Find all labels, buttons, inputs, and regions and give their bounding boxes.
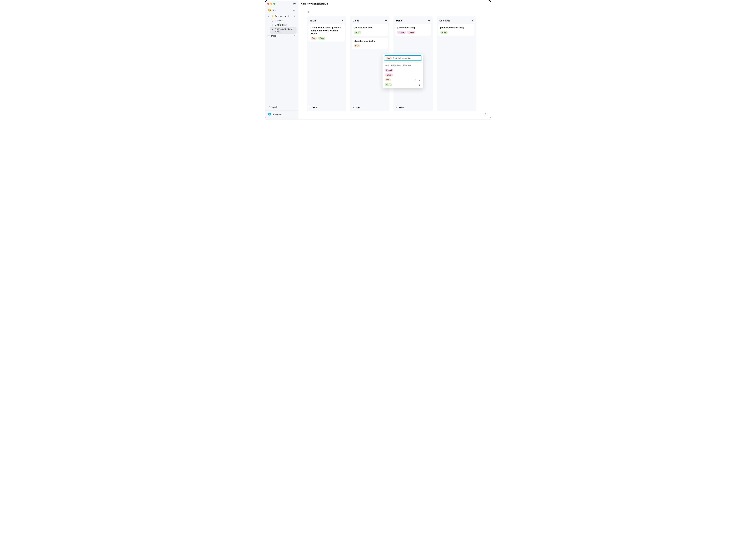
card-tag[interactable]: Work	[440, 31, 448, 34]
new-page-label: New page	[273, 113, 282, 115]
new-page-button[interactable]: + New page	[267, 111, 296, 117]
document-icon	[271, 24, 273, 26]
user-avatar-emoji: 😀	[268, 9, 271, 12]
kanban-card[interactable]: Visualize your tasksFun	[352, 38, 388, 49]
selected-tag-chip[interactable]: Fun	[386, 57, 392, 60]
plus-icon: +	[353, 106, 354, 109]
kanban-card[interactable]: Create a new cardWork	[352, 24, 388, 36]
new-card-button[interactable]: +New	[352, 104, 388, 110]
window-controls	[267, 3, 275, 5]
settings-icon[interactable]	[293, 9, 295, 12]
page-label: AppFlowy Kanban Board	[274, 28, 295, 33]
popover-hint: Select an option or create one	[384, 64, 422, 68]
workspace-user-row[interactable]: 😀 Me	[265, 7, 298, 13]
close-window-button[interactable]	[267, 3, 269, 5]
page-header: AppFlowy Kanban Board	[298, 0, 491, 7]
card-tags: Fun	[354, 44, 386, 47]
tag-option-chip: Travel	[385, 73, 393, 76]
sidebar-section-header[interactable]: ▾Inbox+	[267, 34, 297, 38]
tag-option-row[interactable]: Urgent⋮	[384, 68, 422, 72]
maximize-window-button[interactable]	[273, 3, 275, 5]
plus-icon: +	[396, 106, 398, 109]
minimize-window-button[interactable]	[270, 3, 272, 5]
kanban-card[interactable]: [Completed task]UrgentTravel	[395, 24, 431, 36]
popover-divider	[383, 62, 423, 62]
sidebar: 😀 Me ▾⭐Getting started+Read meSimple tas…	[265, 0, 298, 119]
collapse-sidebar-icon[interactable]	[293, 3, 296, 5]
svg-point-2	[307, 12, 309, 13]
card-tag[interactable]: Fun	[311, 37, 317, 40]
tag-option-row[interactable]: Travel⋮	[384, 73, 422, 77]
card-title: Create a new card	[354, 26, 386, 29]
sidebar-page-item[interactable]: AppFlowy Kanban Board	[270, 27, 297, 34]
new-card-button[interactable]: +New	[395, 104, 431, 110]
trash-label: Trash	[272, 106, 277, 108]
column-title: Doing	[353, 20, 359, 22]
help-button[interactable]: ?	[483, 111, 487, 116]
new-card-label: New	[313, 106, 317, 109]
more-icon[interactable]: ⋮	[418, 69, 421, 71]
tag-option-list: Urgent⋮Travel⋮Fun✓⋮Work⋮	[384, 68, 422, 87]
section-label: Getting started	[275, 15, 289, 18]
tag-picker-popover: Fun Select an option or create one Urgen…	[383, 54, 423, 88]
svg-point-1	[294, 10, 294, 10]
user-name: Me	[273, 9, 275, 11]
page-title: AppFlowy Kanban Board	[301, 2, 328, 5]
add-card-icon[interactable]: +	[428, 19, 430, 22]
tag-search-box[interactable]: Fun	[384, 55, 422, 61]
card-tag[interactable]: Travel	[407, 31, 415, 34]
card-list: [To be scheduled task]Work	[438, 24, 475, 110]
new-card-button[interactable]: +New	[309, 104, 345, 110]
add-page-icon[interactable]: +	[294, 15, 295, 18]
column-title: To Do	[310, 20, 316, 22]
document-icon	[271, 20, 273, 21]
card-tag[interactable]: Work	[354, 31, 361, 34]
add-card-icon[interactable]: +	[385, 19, 387, 22]
card-list: Manage your tasks / projects using AppFl…	[309, 24, 345, 104]
new-card-label: New	[356, 106, 360, 109]
app-window: 😀 Me ▾⭐Getting started+Read meSimple tas…	[265, 0, 491, 119]
card-tags: UrgentTravel	[397, 31, 429, 34]
card-title: [Completed task]	[397, 26, 429, 29]
tag-option-chip: Urgent	[385, 69, 394, 72]
tag-option-row[interactable]: Work⋮	[384, 83, 422, 87]
check-icon: ✓	[415, 79, 418, 81]
tag-option-chip: Work	[385, 83, 392, 86]
more-icon[interactable]: ⋮	[418, 83, 421, 86]
sidebar-section-header[interactable]: ▾⭐Getting started+	[267, 14, 297, 19]
document-icon	[271, 29, 273, 31]
tag-search-input[interactable]	[393, 57, 420, 59]
add-card-icon[interactable]: +	[342, 19, 344, 22]
card-tags: Work	[354, 31, 386, 34]
card-tag[interactable]: Urgent	[397, 31, 406, 34]
column-header: Doing+	[352, 18, 388, 24]
card-tags: Work	[440, 31, 472, 34]
kanban-column: To Do+Manage your tasks / projects using…	[307, 16, 346, 111]
add-card-icon[interactable]: +	[472, 19, 473, 22]
chevron-down-icon: ▾	[268, 15, 270, 17]
column-header: No Status+	[438, 18, 475, 24]
section-icon: ⭐	[271, 15, 274, 18]
new-card-label: New	[399, 106, 404, 109]
sidebar-page-item[interactable]: Simple tasks	[270, 23, 297, 27]
sidebar-bottom: Trash + New page	[265, 103, 298, 119]
card-title: Visualize your tasks	[354, 40, 386, 43]
more-icon[interactable]: ⋮	[418, 79, 421, 81]
sidebar-page-item[interactable]: Read me	[270, 19, 297, 23]
card-tag[interactable]: Work	[318, 37, 325, 40]
page-label: Simple tasks	[274, 23, 286, 26]
column-title: No Status	[440, 20, 450, 22]
card-tags: FunWork	[311, 37, 343, 40]
card-tag[interactable]: Fun	[354, 44, 360, 47]
svg-point-3	[308, 12, 309, 13]
column-title: Done	[396, 20, 402, 22]
kanban-card[interactable]: [To be scheduled task]Work	[438, 24, 475, 36]
add-page-icon[interactable]: +	[294, 34, 295, 37]
svg-point-0	[293, 9, 295, 11]
kanban-card[interactable]: Manage your tasks / projects using AppFl…	[309, 24, 345, 42]
more-icon[interactable]: ⋮	[418, 74, 421, 76]
sidebar-nav: ▾⭐Getting started+Read meSimple tasksApp…	[265, 13, 298, 39]
board-settings-icon[interactable]	[307, 11, 482, 14]
trash-button[interactable]: Trash	[267, 105, 296, 110]
tag-option-row[interactable]: Fun✓⋮	[384, 78, 422, 82]
